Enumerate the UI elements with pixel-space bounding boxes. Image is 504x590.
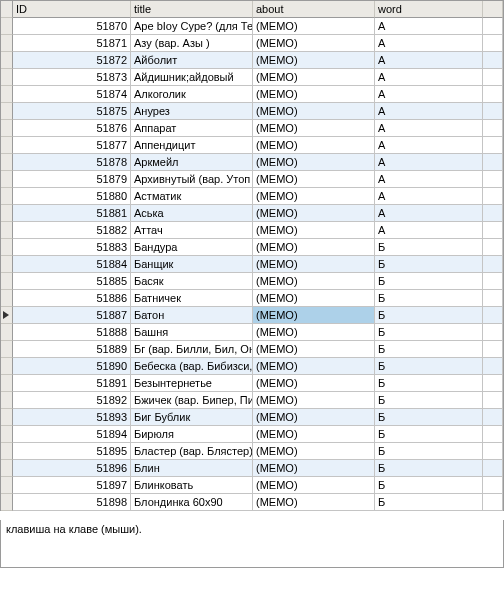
row-handle[interactable] (1, 375, 13, 392)
col-header-word[interactable]: word (375, 1, 483, 18)
cell-title[interactable]: Блондинка 60х90 (131, 494, 253, 511)
cell-about[interactable]: (MEMO) (253, 443, 375, 460)
table-row[interactable]: 51873Айдишник;айдовый(MEMO)А (1, 69, 503, 86)
table-row[interactable]: 51882Аттач(MEMO)А (1, 222, 503, 239)
cell-id[interactable]: 51870 (13, 18, 131, 35)
row-handle[interactable] (1, 52, 13, 69)
cell-about[interactable]: (MEMO) (253, 324, 375, 341)
cell-about[interactable]: (MEMO) (253, 69, 375, 86)
cell-about[interactable]: (MEMO) (253, 409, 375, 426)
cell-word[interactable]: А (375, 137, 483, 154)
cell-id[interactable]: 51880 (13, 188, 131, 205)
cell-word[interactable]: А (375, 52, 483, 69)
cell-about[interactable]: (MEMO) (253, 205, 375, 222)
cell-word[interactable]: Б (375, 443, 483, 460)
row-handle[interactable] (1, 120, 13, 137)
cell-about[interactable]: (MEMO) (253, 273, 375, 290)
cell-word[interactable]: Б (375, 273, 483, 290)
cell-about[interactable]: (MEMO) (253, 120, 375, 137)
cell-title[interactable]: Бирюля (131, 426, 253, 443)
row-handle[interactable] (1, 426, 13, 443)
table-row[interactable]: 51890Бебеска (вар. Бибизси,(MEMO)Б (1, 358, 503, 375)
cell-id[interactable]: 51879 (13, 171, 131, 188)
table-row[interactable]: 51884Банщик(MEMO)Б (1, 256, 503, 273)
table-row[interactable]: 51877Аппендицит(MEMO)А (1, 137, 503, 154)
memo-viewer[interactable]: клавиша на клаве (мыши). (0, 520, 504, 568)
cell-title[interactable]: Безынтернетье (131, 375, 253, 392)
col-header-title[interactable]: title (131, 1, 253, 18)
cell-id[interactable]: 51875 (13, 103, 131, 120)
cell-about[interactable]: (MEMO) (253, 477, 375, 494)
cell-about[interactable]: (MEMO) (253, 137, 375, 154)
cell-about[interactable]: (MEMO) (253, 222, 375, 239)
row-handle[interactable] (1, 154, 13, 171)
cell-word[interactable]: Б (375, 256, 483, 273)
table-row[interactable]: 51878Аркмейл(MEMO)А (1, 154, 503, 171)
cell-id[interactable]: 51897 (13, 477, 131, 494)
cell-about[interactable]: (MEMO) (253, 290, 375, 307)
row-handle[interactable] (1, 273, 13, 290)
row-handle[interactable] (1, 222, 13, 239)
cell-title[interactable]: Аппарат (131, 120, 253, 137)
cell-about[interactable]: (MEMO) (253, 341, 375, 358)
cell-word[interactable]: Б (375, 375, 483, 392)
cell-about[interactable]: (MEMO) (253, 256, 375, 273)
cell-id[interactable]: 51883 (13, 239, 131, 256)
table-row[interactable]: 51893Биг Бублик(MEMO)Б (1, 409, 503, 426)
cell-id[interactable]: 51871 (13, 35, 131, 52)
table-row[interactable]: 51898Блондинка 60х90(MEMO)Б (1, 494, 503, 511)
cell-id[interactable]: 51896 (13, 460, 131, 477)
cell-id[interactable]: 51894 (13, 426, 131, 443)
row-handle[interactable] (1, 392, 13, 409)
cell-word[interactable]: Б (375, 392, 483, 409)
cell-about[interactable]: (MEMO) (253, 375, 375, 392)
cell-id[interactable]: 51874 (13, 86, 131, 103)
cell-id[interactable]: 51898 (13, 494, 131, 511)
cell-about[interactable]: (MEMO) (253, 188, 375, 205)
table-row[interactable]: 51887Батон(MEMO)Б (1, 307, 503, 324)
cell-id[interactable]: 51872 (13, 52, 131, 69)
cell-id[interactable]: 51881 (13, 205, 131, 222)
data-grid[interactable]: ID title about word 51870Ape bIoy Cype? … (0, 0, 504, 511)
cell-title[interactable]: Басяк (131, 273, 253, 290)
cell-about[interactable]: (MEMO) (253, 239, 375, 256)
row-handle[interactable] (1, 188, 13, 205)
row-handle[interactable] (1, 477, 13, 494)
cell-id[interactable]: 51893 (13, 409, 131, 426)
row-handle[interactable] (1, 494, 13, 511)
table-row[interactable]: 51874Алкоголик(MEMO)А (1, 86, 503, 103)
cell-title[interactable]: Аттач (131, 222, 253, 239)
row-handle[interactable] (1, 341, 13, 358)
table-row[interactable]: 51879Архивнутый (вар. Утоп(MEMO)А (1, 171, 503, 188)
cell-title[interactable]: Бластер (вар. Блястер) (131, 443, 253, 460)
cell-title[interactable]: Аська (131, 205, 253, 222)
table-row[interactable]: 51881Аська(MEMO)А (1, 205, 503, 222)
cell-word[interactable]: Б (375, 290, 483, 307)
row-handle[interactable] (1, 409, 13, 426)
table-row[interactable]: 51886Батничек(MEMO)Б (1, 290, 503, 307)
row-handle[interactable] (1, 307, 13, 324)
table-row[interactable]: 51872Айболит(MEMO)А (1, 52, 503, 69)
table-row[interactable]: 51895Бластер (вар. Блястер)(MEMO)Б (1, 443, 503, 460)
table-row[interactable]: 51880Астматик(MEMO)А (1, 188, 503, 205)
cell-title[interactable]: Бжичек (вар. Бипер, Пи (131, 392, 253, 409)
cell-title[interactable]: Блинковать (131, 477, 253, 494)
table-row[interactable]: 51894Бирюля(MEMO)Б (1, 426, 503, 443)
cell-word[interactable]: А (375, 103, 483, 120)
cell-title[interactable]: Биг Бублик (131, 409, 253, 426)
row-handle[interactable] (1, 171, 13, 188)
cell-title[interactable]: Аркмейл (131, 154, 253, 171)
cell-word[interactable]: А (375, 154, 483, 171)
table-row[interactable]: 51892Бжичек (вар. Бипер, Пи(MEMO)Б (1, 392, 503, 409)
row-handle[interactable] (1, 103, 13, 120)
table-row[interactable]: 51891Безынтернетье(MEMO)Б (1, 375, 503, 392)
row-handle[interactable] (1, 443, 13, 460)
cell-about[interactable]: (MEMO) (253, 154, 375, 171)
cell-id[interactable]: 51892 (13, 392, 131, 409)
cell-title[interactable]: Анурез (131, 103, 253, 120)
cell-id[interactable]: 51877 (13, 137, 131, 154)
cell-word[interactable]: Б (375, 239, 483, 256)
cell-title[interactable]: Айболит (131, 52, 253, 69)
cell-title[interactable]: Астматик (131, 188, 253, 205)
cell-about[interactable]: (MEMO) (253, 392, 375, 409)
